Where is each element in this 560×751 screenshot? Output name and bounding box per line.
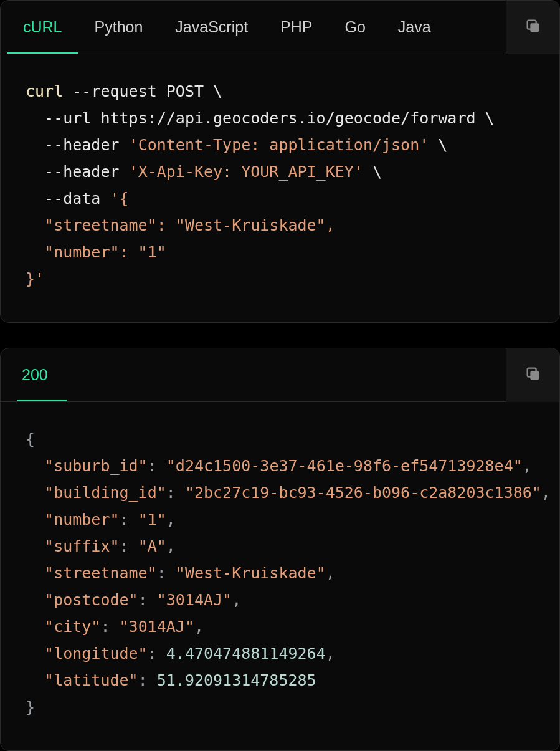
copy-icon	[524, 365, 542, 385]
response-code: { "suburb_id": "d24c1500-3e37-461e-98f6-…	[1, 402, 559, 750]
svg-rect-0	[530, 23, 539, 32]
svg-rect-2	[530, 371, 539, 380]
tab-python[interactable]: Python	[78, 1, 159, 54]
request-code: curl --request POST \ --url https://api.…	[1, 54, 559, 322]
tab-curl[interactable]: cURL	[7, 1, 78, 54]
tab-java[interactable]: Java	[382, 1, 447, 54]
tab-go[interactable]: Go	[328, 1, 381, 54]
request-panel: cURL Python JavaScript PHP Go Java curl …	[0, 0, 560, 323]
tab-javascript[interactable]: JavaScript	[159, 1, 264, 54]
copy-response-button[interactable]	[506, 348, 559, 402]
response-status-code: 200	[19, 348, 50, 401]
response-status-bar: 200	[1, 348, 559, 402]
copy-request-button[interactable]	[506, 1, 559, 54]
copy-icon	[524, 17, 542, 37]
response-panel: 200 { "suburb_id": "d24c1500-3e37-461e-9…	[0, 348, 560, 751]
tab-php[interactable]: PHP	[264, 1, 328, 54]
language-tabbar: cURL Python JavaScript PHP Go Java	[1, 1, 559, 54]
